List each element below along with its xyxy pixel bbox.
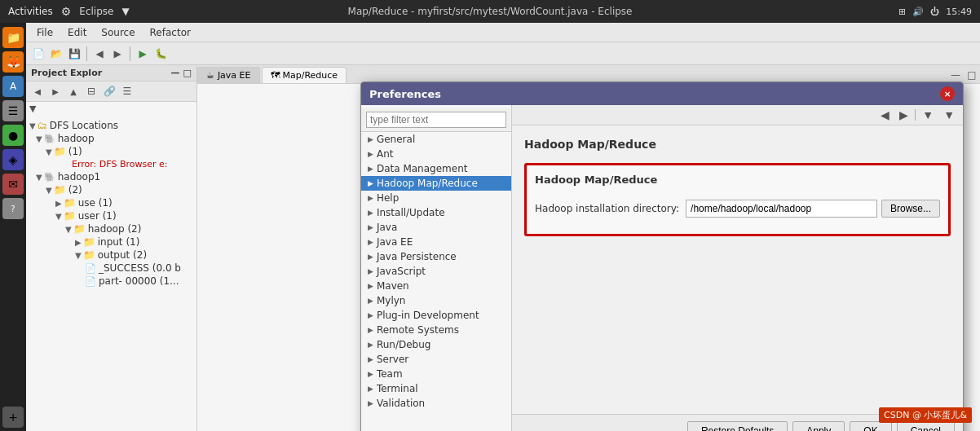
dock-app2[interactable]: ☰: [2, 100, 24, 121]
eclipse-toolbar: 📄 📂 💾 ◀ ▶ ▶ 🐛: [26, 42, 980, 65]
toolbar-open[interactable]: 📂: [48, 46, 64, 62]
menu-file[interactable]: File: [30, 25, 60, 40]
csdn-badge: CSDN @ 小坏蛋儿&: [879, 407, 972, 423]
installation-dir-input[interactable]: [686, 200, 877, 218]
apply-button[interactable]: Apply: [792, 421, 845, 431]
toolbar-new[interactable]: 📄: [30, 46, 46, 62]
prefs-back-button[interactable]: ◀: [877, 107, 893, 123]
tree-hadoop[interactable]: ▼ 🐘 hadoop: [26, 132, 196, 145]
prefs-forward-button[interactable]: ▶: [896, 107, 912, 123]
prefs-item-remote[interactable]: ▶ Remote Systems: [361, 323, 511, 337]
dialog-close-button[interactable]: ×: [940, 86, 955, 101]
prefs-item-data-management[interactable]: ▶ Data Management: [361, 161, 511, 176]
prefs-expand-button[interactable]: ▼: [919, 107, 937, 123]
prefs-item-validation[interactable]: ▶ Validation: [361, 396, 511, 411]
forward-nav-icon[interactable]: ▶: [47, 83, 64, 99]
tab-map-reduce[interactable]: 🗺 Map/Reduce: [262, 67, 347, 83]
system-bar: Activities ⚙ Eclipse ▼ Map/Reduce - myfi…: [0, 0, 980, 23]
up-nav-icon[interactable]: ▲: [65, 83, 82, 99]
prefs-item-maven[interactable]: ▶ Maven: [361, 279, 511, 293]
maximize-right[interactable]: □: [964, 67, 980, 83]
menu-edit[interactable]: Edit: [61, 25, 93, 40]
dock-firefox[interactable]: 🦊: [2, 51, 24, 73]
prefs-item-help[interactable]: ▶ Help: [361, 191, 511, 205]
tree-use[interactable]: ▶ 📁 use (1): [26, 196, 196, 209]
prefs-filter-area: [361, 108, 511, 132]
tree-dfs-locations[interactable]: ▼ 🗂 DFS Locations: [26, 119, 196, 132]
prefs-item-team[interactable]: ▶ Team: [361, 367, 511, 381]
eclipse-window: File Edit Source Refactor 📄 📂 💾 ◀ ▶ ▶ 🐛 …: [26, 23, 980, 431]
tree-hadoop1[interactable]: ▼ 🐘 hadoop1: [26, 170, 196, 183]
tab-map-reduce-label: Map/Reduce: [283, 70, 338, 81]
tree-output[interactable]: ▼ 📁 output (2): [26, 248, 196, 262]
prefs-item-server[interactable]: ▶ Server: [361, 352, 511, 367]
dock-app3[interactable]: ●: [2, 125, 24, 146]
minimize-right[interactable]: —: [947, 67, 964, 83]
dropdown-arrow: ▼: [121, 6, 129, 17]
highlighted-section: Hadoop Map/Reduce Hadoop installation di…: [524, 163, 951, 236]
menu-icon[interactable]: ☰: [119, 83, 135, 99]
menu-refactor[interactable]: Refactor: [143, 25, 197, 40]
dock-app7[interactable]: +: [2, 407, 24, 428]
prefs-item-general[interactable]: ▶ General: [361, 132, 511, 147]
tree-part[interactable]: 📄 part- 00000 (1...: [26, 275, 196, 288]
prefs-item-java-ee[interactable]: ▶ Java EE: [361, 235, 511, 249]
dock-app1[interactable]: A: [2, 76, 24, 97]
project-explorer-title: Project Explor: [31, 68, 102, 78]
maximize-panel-icon[interactable]: □: [183, 68, 192, 78]
prefs-main-area: ◀ ▶ ▼ ▼ Hadoop Map/Reduce: [512, 105, 963, 431]
prefs-main-toolbar: ◀ ▶ ▼ ▼: [512, 105, 963, 125]
collapse-all-icon[interactable]: ⊟: [83, 83, 99, 99]
clock: 15:49: [946, 7, 972, 17]
menu-source[interactable]: Source: [95, 25, 141, 40]
prefs-item-javascript[interactable]: ▶ JavaScript: [361, 264, 511, 279]
prefs-more-button[interactable]: ▼: [940, 107, 958, 123]
link-icon[interactable]: 🔗: [101, 83, 117, 99]
restore-defaults-button[interactable]: Restore Defaults: [687, 421, 788, 431]
window-title-bar: Map/Reduce - myfirst/src/mytest/WordCoun…: [348, 6, 633, 17]
prefs-item-java-persistence[interactable]: ▶ Java Persistence: [361, 249, 511, 264]
installation-dir-row: Hadoop installation directory: Browse...: [535, 200, 940, 218]
back-nav-icon[interactable]: ◀: [29, 83, 46, 99]
prefs-item-terminal[interactable]: ▶ Terminal: [361, 381, 511, 396]
toolbar-back[interactable]: ◀: [91, 46, 108, 62]
tree-error: Error: DFS Browser e:: [26, 158, 196, 170]
desktop: Activities ⚙ Eclipse ▼ Map/Reduce - myfi…: [0, 0, 980, 431]
dock-app6[interactable]: ?: [2, 198, 24, 219]
prefs-item-plugin-dev[interactable]: ▶ Plug-in Development: [361, 308, 511, 323]
prefs-item-java[interactable]: ▶ Java: [361, 220, 511, 235]
right-panel: ☕ Java EE 🗺 Map/Reduce — □ Preference: [197, 65, 980, 431]
tab-java-ee-label: Java EE: [218, 70, 251, 81]
dialog-titlebar: Preferences ×: [361, 82, 963, 105]
tree-hadoop1-2[interactable]: ▼ 📁 (2): [26, 183, 196, 196]
prefs-item-mylyn[interactable]: ▶ Mylyn: [361, 293, 511, 308]
prefs-item-ant[interactable]: ▶ Ant: [361, 147, 511, 161]
activities-label[interactable]: Activities: [8, 6, 53, 17]
prefs-item-hadoop[interactable]: ▶ Hadoop Map/Reduce: [361, 176, 511, 191]
tree-hadoop-1[interactable]: ▼ 📁 (1): [26, 145, 196, 158]
map-reduce-icon: 🗺: [271, 70, 280, 81]
eclipse-icon: ⚙: [61, 5, 72, 18]
tab-java-ee[interactable]: ☕ Java EE: [197, 67, 260, 83]
prefs-item-run-debug[interactable]: ▶ Run/Debug: [361, 337, 511, 352]
separator: [86, 46, 87, 61]
tree-user[interactable]: ▼ 📁 user (1): [26, 209, 196, 222]
eclipse-label[interactable]: Eclipse: [79, 6, 113, 17]
tree-hadoop2[interactable]: ▼ 📁 hadoop (2): [26, 222, 196, 235]
browse-button[interactable]: Browse...: [881, 200, 940, 218]
volume-icon: 🔊: [912, 7, 924, 17]
tree-success[interactable]: 📄 _SUCCESS (0.0 b: [26, 262, 196, 275]
prefs-item-install[interactable]: ▶ Install/Update: [361, 205, 511, 220]
toolbar-save[interactable]: 💾: [66, 46, 82, 62]
dock-files[interactable]: 📁: [2, 27, 24, 48]
power-icon: ⏻: [930, 7, 939, 17]
toolbar-run[interactable]: ▶: [135, 46, 151, 62]
toolbar-forward[interactable]: ▶: [109, 46, 126, 62]
tree-input[interactable]: ▶ 📁 input (1): [26, 235, 196, 248]
toolbar-debug[interactable]: 🐛: [152, 46, 169, 62]
minimize-panel-icon[interactable]: —: [171, 68, 180, 78]
dock-app4[interactable]: ◈: [2, 149, 24, 170]
prefs-filter-input[interactable]: [366, 112, 506, 128]
dock-app5[interactable]: ✉: [2, 174, 24, 195]
installation-dir-label: Hadoop installation directory:: [535, 203, 679, 214]
